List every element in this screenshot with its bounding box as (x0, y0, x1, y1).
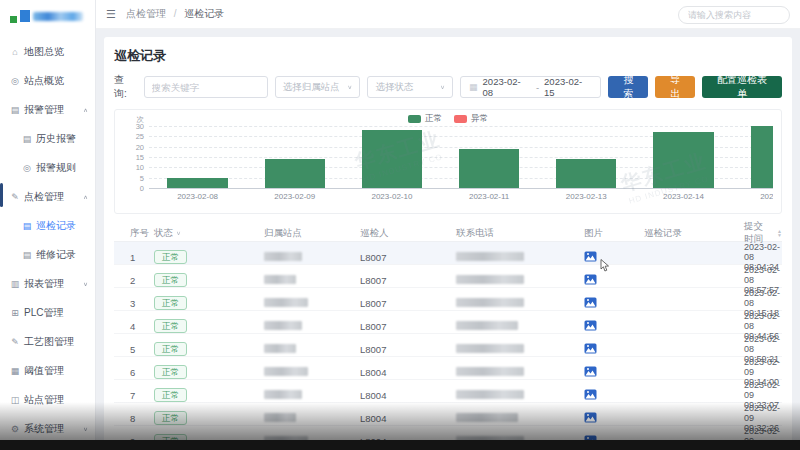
table-row[interactable]: 7 正常 L8004 2023-02-09 09:23:07 (114, 380, 782, 403)
table-row[interactable]: 3 正常 L8007 2023-02-08 09:15:18 (114, 288, 782, 311)
image-thumbnail-icon[interactable] (584, 366, 597, 377)
sidebar-item-alarm-management[interactable]: ▤ 报警管理 ∧ (0, 95, 95, 124)
chart-bar-slot (538, 126, 635, 188)
site-redacted-value (264, 252, 302, 261)
chart-bar-2023-02-09 (265, 159, 325, 188)
y-tick-label: 15 (136, 153, 144, 162)
x-tick-label: 2023-02-14 (635, 189, 732, 201)
repair-record-icon: ▤ (22, 250, 32, 260)
image-thumbnail-icon[interactable] (584, 297, 597, 308)
row-index: 6 (130, 367, 154, 378)
site-management-icon: ◫ (10, 395, 20, 405)
site-select[interactable]: 选择归属站点 ∨ (275, 76, 361, 98)
image-thumbnail-icon[interactable] (584, 274, 597, 285)
image-thumbnail-icon[interactable] (584, 251, 597, 262)
chart-y-axis: 次 051015202530 (123, 126, 149, 188)
breadcrumb-parent[interactable]: 点检管理 (126, 8, 166, 19)
inspector-value: L8007 (360, 275, 456, 286)
sidebar-item-label: 阈值管理 (24, 364, 64, 378)
sidebar-item-label: 维修记录 (36, 248, 76, 262)
phone-redacted-value (456, 390, 524, 399)
patrol-record-icon: ▤ (22, 221, 32, 231)
status-filter-icon[interactable]: ∨ (176, 230, 181, 236)
expand-arrow-icon: ∨ (83, 280, 88, 286)
status-badge: 正常 (154, 296, 187, 310)
x-tick-label: 2023-02-10 (343, 189, 440, 201)
y-tick-label: 20 (136, 142, 144, 151)
sidebar-item-site-overview[interactable]: ◎ 站点概览 (0, 66, 95, 95)
sidebar-item-inspection-management[interactable]: ✎ 点检管理 ∧ (0, 182, 95, 211)
phone-redacted-value (456, 321, 518, 330)
search-button[interactable]: 搜索 (608, 76, 648, 98)
site-redacted-value (264, 344, 296, 353)
inspector-value: L8007 (360, 298, 456, 309)
status-badge: 正常 (154, 273, 187, 287)
chart-bar-slot (149, 126, 246, 188)
sidebar-item-alarm-rule[interactable]: ◎ 报警规则 (0, 153, 95, 182)
status-badge: 正常 (154, 411, 187, 425)
sort-icon[interactable]: ▲▼ (777, 229, 782, 237)
table-row[interactable]: 6 正常 L8004 2023-02-09 09:14:00 (114, 357, 782, 380)
image-thumbnail-icon[interactable] (584, 320, 597, 331)
col-image: 图片 (584, 227, 644, 240)
table-row[interactable]: 2 正常 L8007 2023-02-08 08:57:57 (114, 265, 782, 288)
inspector-value: L8007 (360, 344, 456, 355)
sidebar-item-threshold-management[interactable]: ▦ 阈值管理 (0, 356, 95, 385)
image-thumbnail-icon[interactable] (584, 412, 597, 423)
date-separator: - (536, 82, 539, 93)
chevron-down-icon: ∨ (440, 84, 445, 90)
configure-form-button[interactable]: 配置巡检表单 (702, 76, 782, 98)
image-thumbnail-icon[interactable] (584, 389, 597, 400)
legend-item-abnormal[interactable]: 异常 (454, 113, 488, 125)
table-row[interactable]: 4 正常 L8007 2023-02-08 09:44:56 (114, 311, 782, 334)
legend-item-normal[interactable]: 正常 (408, 113, 442, 125)
export-button[interactable]: 导出 (655, 76, 695, 98)
sidebar-item-system-management[interactable]: ⚙ 系统管理 ∨ (0, 414, 95, 443)
sidebar-collapse-icon[interactable]: ☰ (106, 8, 116, 21)
x-tick-label: 2023-02-11 (441, 189, 538, 201)
sidebar-item-site-management[interactable]: ◫ 站点管理 (0, 385, 95, 414)
sidebar-item-label: 巡检记录 (36, 219, 76, 233)
keyword-input[interactable] (144, 76, 268, 98)
expand-arrow-icon: ∨ (83, 425, 88, 431)
sidebar-scrollbar-thumb[interactable] (0, 183, 3, 207)
image-thumbnail-icon[interactable] (584, 343, 597, 354)
chart-bars (149, 126, 773, 188)
table-row[interactable]: 1 正常 L8007 2023-02-08 08:04:24 (114, 242, 782, 265)
date-end: 2023-02-15 (544, 76, 592, 98)
report-management-icon: ▥ (10, 279, 20, 289)
sidebar-item-report-management[interactable]: ▥ 报表管理 ∨ (0, 269, 95, 298)
date-range-picker[interactable]: ▦ 2023-02-08 - 2023-02-15 (460, 76, 601, 98)
site-redacted-value (264, 367, 308, 376)
table-row[interactable]: 8 正常 L8004 2023-02-09 09:32:26 (114, 403, 782, 426)
global-search-input[interactable] (678, 6, 790, 24)
legend-label-abnormal: 异常 (471, 113, 488, 125)
sidebar-item-plc-management[interactable]: ⊞ PLC管理 (0, 298, 95, 327)
expand-arrow-icon: ∧ (83, 193, 88, 199)
inspector-value: L8007 (360, 321, 456, 332)
sidebar-item-map-overview[interactable]: ⌂ 地图总览 (0, 37, 95, 66)
site-redacted-value (264, 390, 302, 399)
process-diagram-icon: ✎ (10, 337, 20, 347)
sidebar-item-repair-record[interactable]: ▤ 维修记录 (0, 240, 95, 269)
sidebar-item-process-diagram[interactable]: ✎ 工艺图管理 (0, 327, 95, 356)
inspection-management-icon: ✎ (10, 192, 20, 202)
row-index: 3 (130, 298, 154, 309)
sidebar-item-history-alarm[interactable]: ▤ 历史报警 (0, 124, 95, 153)
sidebar-item-patrol-record[interactable]: ▤ 巡检记录 (0, 211, 95, 240)
phone-redacted-value (456, 275, 524, 284)
inspector-value: L8004 (360, 367, 456, 378)
col-site: 归属站点 (264, 227, 360, 240)
status-badge: 正常 (154, 388, 187, 402)
sidebar-item-label: 报表管理 (24, 277, 64, 291)
phone-redacted-value (456, 298, 524, 307)
status-select[interactable]: 选择状态 ∨ (367, 76, 453, 98)
main-panel: 巡检记录 查询: 选择归属站点 ∨ 选择状态 ∨ ▦ 2023-0 (104, 37, 792, 450)
logo-text-blurred (33, 12, 83, 21)
logo-pixel (10, 16, 17, 23)
sidebar-item-label: 点检管理 (24, 190, 64, 204)
mouse-cursor (600, 259, 610, 274)
table-row[interactable]: 5 正常 L8007 2023-02-08 09:59:21 (114, 334, 782, 357)
alarm-management-icon: ▤ (10, 105, 20, 115)
y-tick-label: 5 (140, 173, 144, 182)
